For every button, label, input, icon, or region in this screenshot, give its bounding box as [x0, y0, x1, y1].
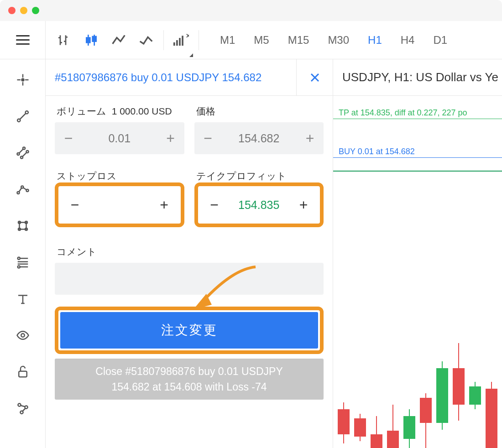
candlestick-area — [333, 329, 502, 448]
drawing-tools-sidebar — [0, 59, 46, 448]
window-minimize-icon[interactable] — [20, 7, 27, 14]
price-increment[interactable]: + — [296, 122, 324, 154]
svg-rect-49 — [19, 371, 27, 377]
svg-point-23 — [17, 153, 19, 155]
svg-point-21 — [25, 111, 28, 114]
close-order-line1: Close #51807986876 buy 0.01 USDJPY — [95, 364, 282, 380]
svg-point-27 — [26, 151, 28, 153]
svg-point-48 — [21, 333, 25, 337]
hamburger-icon — [16, 35, 30, 45]
volume-label: ボリューム 1 000.00 USD — [55, 105, 184, 118]
volume-decrement[interactable]: − — [55, 122, 82, 154]
window-titlebar — [0, 0, 502, 21]
crosshair-tool[interactable] — [11, 68, 34, 91]
timeframe-h1[interactable]: H1 — [360, 29, 390, 51]
timeframe-m1[interactable]: M1 — [212, 29, 243, 51]
stoploss-stepper[interactable]: − + — [61, 189, 178, 221]
svg-point-19 — [21, 79, 24, 81]
svg-rect-12 — [179, 38, 181, 46]
volume-value: 0.01 — [82, 132, 157, 145]
takeprofit-label: テイクプロフィット — [194, 170, 324, 182]
comment-label: コメント — [55, 245, 324, 258]
close-order-button[interactable]: Close #51807986876 buy 0.01 USDJPY 154.6… — [55, 359, 324, 400]
svg-rect-9 — [93, 36, 96, 42]
svg-rect-7 — [86, 37, 90, 42]
price-decrement[interactable]: − — [194, 122, 222, 154]
price-label: 価格 — [194, 105, 324, 118]
timeframe-h4[interactable]: H4 — [392, 29, 423, 51]
main-menu-button[interactable] — [0, 21, 46, 59]
svg-line-33 — [23, 188, 26, 190]
svg-line-28 — [22, 152, 26, 156]
order-modify-panel: #51807986876 buy 0.01 USDJPY 154.682 ボリュ… — [46, 59, 333, 448]
svg-point-39 — [17, 257, 20, 260]
top-toolbar: ✕ M1 M5 M15 M30 H1 H4 D1 — [0, 21, 502, 59]
buy-price-line[interactable]: BUY 0.01 at 154.682 — [333, 146, 502, 158]
takeprofit-value[interactable]: 154.835 — [228, 198, 290, 212]
tp-price-line[interactable]: TP at 154.835, diff at 0.227, 227 po — [333, 107, 502, 119]
lock-tool[interactable] — [11, 360, 34, 383]
area-chart-style-button[interactable] — [132, 21, 160, 59]
svg-point-29 — [17, 192, 19, 194]
price-stepper: − 154.682 + — [194, 122, 324, 154]
svg-rect-10 — [173, 42, 175, 45]
visibility-tool[interactable] — [11, 324, 34, 347]
svg-point-24 — [23, 147, 25, 150]
stoploss-label: ストップロス — [55, 170, 184, 182]
svg-point-26 — [21, 156, 23, 159]
svg-text:✕: ✕ — [186, 33, 189, 39]
objects-tool[interactable] — [11, 397, 34, 420]
price-value: 154.682 — [222, 132, 297, 145]
svg-line-53 — [21, 406, 25, 407]
stoploss-increment[interactable]: + — [151, 189, 178, 221]
candlestick-style-button[interactable] — [78, 21, 105, 59]
takeprofit-increment[interactable]: + — [290, 189, 317, 221]
svg-line-54 — [22, 408, 25, 411]
volume-increment[interactable]: + — [157, 122, 184, 154]
polyline-tool[interactable] — [11, 178, 34, 201]
close-order-line2: 154.682 at 154.608 with Loss -74 — [95, 379, 282, 395]
indicators-button[interactable]: ✕ — [167, 21, 195, 59]
takeprofit-stepper[interactable]: − 154.835 + — [201, 189, 318, 221]
modify-order-button[interactable]: 注文変更 — [60, 312, 318, 349]
trendline-tool[interactable] — [11, 105, 34, 128]
timeframe-m30[interactable]: M30 — [319, 29, 357, 51]
timeframe-selector: M1 M5 M15 M30 H1 H4 D1 — [207, 21, 455, 59]
current-price-line — [333, 169, 502, 172]
timeframe-m5[interactable]: M5 — [246, 29, 277, 51]
svg-rect-13 — [182, 36, 183, 46]
takeprofit-decrement[interactable]: − — [201, 189, 228, 221]
window-close-icon[interactable] — [8, 7, 16, 14]
svg-line-25 — [19, 149, 23, 153]
comment-input[interactable] — [55, 263, 324, 295]
shape-tool[interactable] — [11, 214, 34, 237]
svg-point-43 — [17, 266, 20, 268]
submit-highlight: 注文変更 — [55, 307, 324, 354]
svg-point-50 — [18, 403, 21, 406]
svg-rect-11 — [176, 40, 178, 46]
bar-chart-style-button[interactable] — [50, 21, 78, 59]
text-tool[interactable] — [11, 287, 34, 310]
timeframe-d1[interactable]: D1 — [425, 29, 455, 51]
svg-line-32 — [19, 188, 21, 192]
svg-point-20 — [17, 119, 20, 122]
order-title: #51807986876 buy 0.01 USDJPY 154.682 — [46, 71, 296, 84]
fibonacci-tool[interactable] — [11, 251, 34, 274]
dropdown-indicator-icon — [189, 53, 193, 57]
stoploss-highlight: − + — [55, 182, 184, 227]
line-chart-style-button[interactable] — [105, 21, 132, 59]
svg-line-22 — [20, 114, 26, 120]
stoploss-decrement[interactable]: − — [61, 189, 89, 221]
price-chart[interactable]: USDJPY, H1: US Dollar vs Ye TP at 154.83… — [333, 59, 502, 448]
takeprofit-highlight: − 154.835 + — [194, 182, 324, 227]
timeframe-m15[interactable]: M15 — [280, 29, 318, 51]
chart-title: USDJPY, H1: US Dollar vs Ye — [333, 59, 502, 96]
window-maximize-icon[interactable] — [32, 7, 39, 14]
close-panel-button[interactable] — [296, 59, 333, 96]
channel-tool[interactable] — [11, 141, 34, 164]
volume-stepper: − 0.01 + — [55, 122, 184, 154]
